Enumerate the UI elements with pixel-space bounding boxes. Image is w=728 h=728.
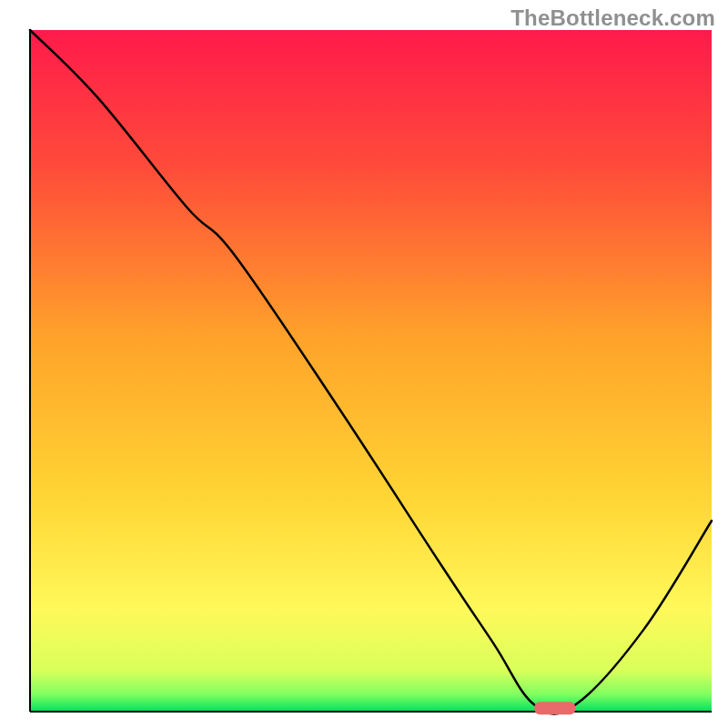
chart-container: TheBottleneck.com [0,0,728,728]
watermark-text: TheBottleneck.com [511,5,715,31]
chart-canvas [0,0,728,728]
plot-background [30,30,712,712]
